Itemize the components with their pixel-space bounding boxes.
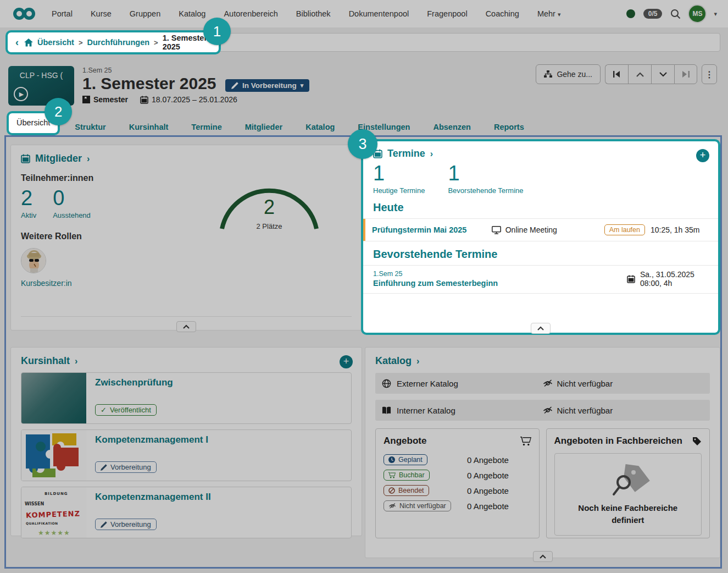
tab-uebersicht[interactable]: Übersicht xyxy=(16,118,50,127)
tab-kursinhalt[interactable]: Kursinhalt xyxy=(118,119,180,135)
nav-item-portal[interactable]: Portal xyxy=(52,9,73,18)
course-owner-avatar[interactable] xyxy=(21,248,46,273)
internal-catalog-text: Interner Katalog xyxy=(397,406,455,415)
app-window: Portal Kurse Gruppen Katalog Autorenbere… xyxy=(0,0,728,573)
nav-item-bibliothek[interactable]: Bibliothek xyxy=(296,9,331,18)
appointment-row-today[interactable]: Prüfungstermin Mai 2025 Online Meeting A… xyxy=(363,219,708,241)
external-catalog-status: Nicht verfügbar xyxy=(543,379,613,388)
user-menu-chevron-down-icon[interactable]: ▾ xyxy=(714,10,717,18)
course-meta-row: Semester 18.07.2025 – 25.01.2026 xyxy=(82,95,237,104)
nav-item-autorenbereich[interactable]: Autorenbereich xyxy=(224,9,277,18)
nav-item-fragenpool[interactable]: Fragenpool xyxy=(427,9,467,18)
calendar-icon xyxy=(140,96,148,104)
stat-active-value: 2 xyxy=(21,186,36,210)
offer-count: 0 Angebote xyxy=(467,502,531,511)
status-badge-label: Veröffentlicht xyxy=(110,406,151,414)
course-element-card-kompetenz-2[interactable]: BILDUNG WISSEN KOMPETENZ QUALIFIKATION ★… xyxy=(21,487,352,538)
more-options-kebab-button[interactable]: ⋮ xyxy=(702,64,717,84)
notification-counter-badge[interactable]: 0/5 xyxy=(643,9,663,19)
back-chevron-left-icon[interactable]: ‹ xyxy=(15,37,19,47)
main-menu: Portal Kurse Gruppen Katalog Autorenbere… xyxy=(52,9,561,18)
calendar-icon xyxy=(627,275,635,283)
status-badge-preparation: Vorbereitung xyxy=(95,519,157,530)
seats-gauge-value: 2 xyxy=(214,196,324,219)
upcoming-appointment-datetime-text: Sa., 31.05.2025 08:00, 4h xyxy=(640,270,694,288)
chevron-right-icon: › xyxy=(416,356,419,366)
tab-reports[interactable]: Reports xyxy=(482,119,536,135)
course-status-dropdown[interactable]: In Vorbereitung ▾ xyxy=(225,79,309,92)
nav-item-mehr-label: Mehr xyxy=(537,9,555,18)
course-element-body: Kompetenzmanagement I Vorbereitung xyxy=(86,430,351,481)
tab-struktur[interactable]: Struktur xyxy=(63,119,117,135)
course-element-card-zwischenpruefung[interactable]: Zwischenprüfung ✓ Veröffentlicht xyxy=(21,372,352,424)
header-actions: Gehe zu... ⋮ xyxy=(536,64,717,84)
termine-panel: Termine › + 1 Heutige Termine 1 Bevorste… xyxy=(363,141,718,333)
eye-slash-icon xyxy=(543,379,553,388)
course-element-title: Zwischenprüfung xyxy=(95,377,342,388)
play-icon: ▶ xyxy=(14,87,28,101)
breadcrumb-link-uebersicht[interactable]: Übersicht xyxy=(37,38,74,47)
members-panel-header[interactable]: Mitglieder › xyxy=(21,153,352,164)
add-appointment-button[interactable]: + xyxy=(696,149,709,162)
tab-katalog[interactable]: Katalog xyxy=(294,119,346,135)
offers-box-header: Angebote xyxy=(384,436,531,447)
previous-chevron-up-button[interactable] xyxy=(628,64,651,84)
appointment-row-upcoming[interactable]: 1.Sem 25 Einführung zum Semesterbeginn S… xyxy=(373,266,708,293)
tab-termine[interactable]: Termine xyxy=(180,119,233,135)
shopping-cart-icon xyxy=(388,472,396,478)
callout-box-breadcrumb: ‹ Übersicht > Durchführungen > 1. Semest… xyxy=(5,30,221,54)
user-avatar[interactable]: MS xyxy=(689,5,705,22)
internal-catalog-label: Interner Katalog xyxy=(382,406,543,415)
course-overview-content: Mitglieder › Teilnehmer:innen 2 Aktiv 0 … xyxy=(4,135,722,569)
goto-button[interactable]: Gehe zu... xyxy=(536,64,601,84)
stat-pending: 0 Ausstehend xyxy=(53,186,91,219)
course-element-card-kompetenz-1[interactable]: Kompetenzmanagement I Vorbereitung xyxy=(21,429,352,481)
nav-item-coaching[interactable]: Coaching xyxy=(486,9,519,18)
offers-title: Angebote xyxy=(384,436,426,447)
subject-areas-empty-state: Noch keine Fachbereiche definiert xyxy=(554,453,702,536)
add-course-element-button[interactable]: + xyxy=(340,355,353,368)
course-content-title: Kursinhalt xyxy=(21,355,70,367)
course-content-header[interactable]: Kursinhalt › xyxy=(21,355,352,367)
nav-item-gruppen[interactable]: Gruppen xyxy=(130,9,160,18)
nav-item-kurse[interactable]: Kurse xyxy=(91,9,112,18)
offer-badge-label: Buchbar xyxy=(399,471,425,479)
catalog-collapse-button[interactable] xyxy=(533,551,553,562)
skip-to-last-button[interactable] xyxy=(674,64,697,84)
breadcrumb-separator: > xyxy=(79,38,83,47)
seats-gauge-label: 2 Plätze xyxy=(214,222,324,230)
nav-item-katalog[interactable]: Katalog xyxy=(179,9,205,18)
catalog-panel-header[interactable]: Katalog › xyxy=(375,355,710,367)
skip-to-first-button[interactable] xyxy=(605,64,628,84)
next-chevron-down-button[interactable] xyxy=(651,64,674,84)
nav-item-dokumentenpool[interactable]: Dokumentenpool xyxy=(349,9,409,18)
monitor-icon xyxy=(492,226,501,234)
breadcrumb-link-durchfuehrungen[interactable]: Durchführungen xyxy=(87,38,149,47)
chevron-right-icon: › xyxy=(430,149,433,159)
upcoming-appointment-title[interactable]: Einführung zum Semesterbeginn xyxy=(373,279,627,288)
stat-today: 1 Heutige Termine xyxy=(373,162,425,195)
termine-collapse-button[interactable] xyxy=(531,323,551,334)
tab-mitglieder[interactable]: Mitglieder xyxy=(234,119,294,135)
home-icon[interactable] xyxy=(24,38,33,47)
tag-search-illustration xyxy=(605,462,651,499)
tab-absenzen[interactable]: Absenzen xyxy=(421,119,482,135)
status-badge-label: Vorbereitung xyxy=(110,520,151,528)
course-tabs: Übersicht 2 Struktur Kursinhalt Termine … xyxy=(7,111,536,135)
course-dates-label: 18.07.2025 – 25.01.2026 xyxy=(152,95,237,104)
termine-panel-title: Termine xyxy=(387,148,425,159)
termine-panel-header[interactable]: Termine › xyxy=(373,148,708,159)
presence-status-dot[interactable] xyxy=(626,9,635,18)
external-catalog-row: Externer Katalog Nicht verfügbar xyxy=(375,373,710,394)
external-catalog-status-text: Nicht verfügbar xyxy=(557,379,613,388)
search-icon[interactable] xyxy=(670,9,681,19)
course-thumbnail-label: CLP - HSG ( xyxy=(8,71,74,80)
page-title: 1. Semester 2025 xyxy=(82,74,216,93)
status-badge-preparation: Vorbereitung xyxy=(95,461,157,473)
course-element-thumbnail-puzzle xyxy=(21,430,86,481)
brand-logo-infinity-icon[interactable] xyxy=(13,7,35,20)
members-collapse-button[interactable] xyxy=(176,321,196,332)
nav-item-mehr[interactable]: Mehr ▾ xyxy=(537,9,561,18)
callout-number-1: 1 xyxy=(203,18,231,45)
appointment-title[interactable]: Prüfungstermin Mai 2025 xyxy=(372,225,492,234)
